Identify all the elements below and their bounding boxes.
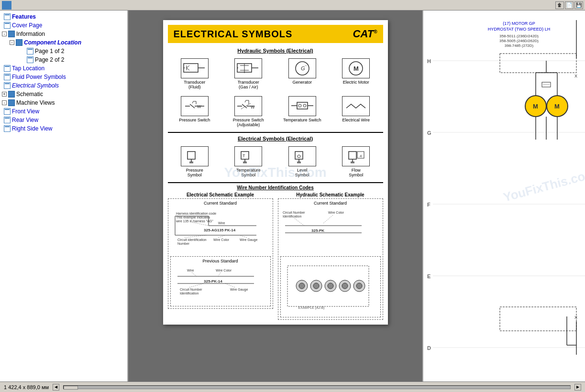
pressure-switch-adj-svg: W bbox=[236, 98, 260, 115]
symbol-box: W bbox=[181, 96, 209, 116]
sidebar-item-rear-view[interactable]: Rear View bbox=[0, 116, 127, 124]
svg-text:Identification: Identification bbox=[180, 292, 199, 295]
symbol-transducer-gas: Transducer(Gas / Air) bbox=[227, 58, 270, 89]
scroll-right-button[interactable]: ▶ bbox=[574, 384, 581, 391]
svg-line-85 bbox=[189, 283, 204, 287]
svg-text:wire 135 in harness "AG": wire 135 in harness "AG" bbox=[176, 219, 213, 223]
information-label: Information bbox=[16, 31, 45, 37]
svg-text:Wire: Wire bbox=[218, 221, 225, 225]
symbol-box: W bbox=[234, 96, 262, 116]
sidebar-item-page1[interactable]: Page 1 of 2 bbox=[0, 47, 127, 55]
temperature-switch-label: Temperature Switch bbox=[283, 118, 321, 122]
prev-schematic-svg: Wire Wire Color 325-PK-14 Circuit Number bbox=[173, 264, 268, 303]
sidebar-item-tap-location[interactable]: Tap Location bbox=[0, 64, 127, 73]
svg-point-34 bbox=[303, 104, 306, 107]
information-expand-icon[interactable]: - bbox=[2, 32, 7, 36]
svg-point-33 bbox=[298, 104, 301, 107]
delete-button[interactable]: 🗑 bbox=[555, 1, 564, 9]
svg-line-18 bbox=[190, 104, 195, 108]
symbol-box bbox=[288, 146, 316, 166]
scroll-thumb[interactable] bbox=[64, 386, 78, 390]
component-location-expand-icon[interactable]: - bbox=[10, 40, 14, 45]
electrical-wire-label: Electrical Wire bbox=[342, 118, 370, 122]
schematic-expand-icon[interactable]: + bbox=[2, 92, 7, 97]
svg-text:4: 4 bbox=[360, 154, 362, 158]
sidebar-item-fluid-power[interactable]: Fluid Power Symbols bbox=[0, 73, 127, 81]
sidebar-item-machine-views[interactable]: - Machine Views bbox=[0, 98, 127, 107]
front-view-icon bbox=[4, 108, 11, 115]
electric-motor-label: Electric Motor bbox=[343, 80, 369, 85]
schematic-area: (17) MOTOR GP HYDROSTAT (TWO SPEED) LH 3… bbox=[423, 11, 585, 381]
sidebar-item-front-view[interactable]: Front View bbox=[0, 107, 127, 116]
symbol-temperature-switch: Temperature Switch bbox=[281, 96, 324, 127]
schematic-label: Schematic bbox=[16, 91, 43, 98]
electrical-symbols-icon bbox=[4, 82, 11, 89]
sidebar-item-cover-page[interactable]: Cover Page bbox=[0, 21, 127, 30]
sidebar-item-schematic[interactable]: + Schematic bbox=[0, 90, 127, 98]
svg-line-20 bbox=[192, 101, 193, 103]
svg-text:T: T bbox=[243, 153, 245, 158]
svg-text:M: M bbox=[554, 103, 560, 110]
part1-label: 358-5011 (236D/242D) bbox=[499, 34, 539, 38]
svg-text:D: D bbox=[427, 345, 431, 351]
symbol-box bbox=[181, 146, 209, 166]
sidebar-item-page2[interactable]: Page 2 of 2 bbox=[0, 55, 127, 64]
schematic-examples: Electrical Schematic Example Current Sta… bbox=[168, 192, 383, 320]
save-button[interactable]: 💾 bbox=[574, 1, 583, 9]
page1-icon bbox=[27, 48, 33, 54]
hydrostat-label: HYDROSTAT (TWO SPEED) LH bbox=[488, 27, 551, 32]
sidebar-item-component-location[interactable]: - Component Location bbox=[0, 38, 127, 47]
part2-label: 358-5005 (246D/262D) bbox=[499, 39, 539, 43]
hydraulic-schematic-box: Current Standard Circuit Number Identifi… bbox=[278, 198, 383, 320]
svg-text:Wire Gauge: Wire Gauge bbox=[230, 288, 248, 292]
transducer-fluid-svg bbox=[183, 60, 207, 77]
pressure-switch-adj-label: Pressure Switch(Adjustable) bbox=[233, 118, 264, 127]
page1-label: Page 1 of 2 bbox=[35, 48, 64, 54]
symbol-pressure: PressureSymbol bbox=[173, 146, 216, 177]
sidebar-item-right-side-view[interactable]: Right Side View bbox=[0, 124, 127, 133]
sidebar-item-features[interactable]: Features bbox=[0, 12, 127, 21]
machine-views-label: Machine Views bbox=[16, 99, 55, 106]
scroll-track[interactable] bbox=[63, 385, 571, 389]
svg-point-97 bbox=[299, 283, 305, 289]
cat-logo: CAT® bbox=[353, 28, 377, 40]
electrical-schematic-box: Current Standard Harness identification … bbox=[168, 198, 273, 309]
rear-view-label: Rear View bbox=[12, 117, 38, 123]
fluid-power-icon bbox=[4, 74, 11, 80]
content-area: ELECTRICAL SYMBOLS CAT® Hydraulic Symbol… bbox=[128, 11, 585, 381]
machine-views-expand-icon[interactable]: - bbox=[2, 100, 7, 105]
level-symbol-svg bbox=[290, 148, 314, 165]
sidebar-item-information[interactable]: - Information bbox=[0, 30, 127, 38]
symbol-electric-motor: M Electric Motor bbox=[334, 58, 377, 89]
svg-text:This example indicates: This example indicates bbox=[176, 216, 210, 219]
svg-text:F: F bbox=[427, 202, 430, 207]
main-area: Features Cover Page - Information - Comp… bbox=[0, 11, 585, 381]
svg-text:H: H bbox=[427, 58, 431, 64]
tap-location-label: Tap Location bbox=[12, 65, 44, 72]
svg-text:G: G bbox=[427, 130, 431, 136]
size-label: 1 422,4 x 889,0 мм bbox=[4, 384, 49, 390]
svg-line-86 bbox=[225, 283, 235, 287]
svg-line-73 bbox=[218, 235, 225, 238]
temperature-symbol-label: TemperatureSymbol bbox=[236, 168, 261, 177]
sidebar-item-electrical-symbols[interactable]: Electrical Symbols bbox=[0, 81, 127, 90]
tap-location-icon bbox=[4, 65, 11, 72]
symbol-box: M bbox=[342, 58, 370, 78]
section1-header: Hydraulic Symbols (Electrical) bbox=[168, 48, 383, 54]
copy-button[interactable]: 📄 bbox=[565, 1, 574, 9]
cover-page-label: Cover Page bbox=[12, 22, 42, 29]
svg-text:Circuit identification: Circuit identification bbox=[177, 238, 207, 241]
current-standard-label2: Current Standard bbox=[280, 201, 381, 206]
svg-text:Circuit Number: Circuit Number bbox=[180, 288, 202, 291]
scroll-left-button[interactable]: ◀ bbox=[53, 384, 59, 391]
page2-label: Page 2 of 2 bbox=[35, 56, 64, 63]
document-view[interactable]: ELECTRICAL SYMBOLS CAT® Hydraulic Symbol… bbox=[128, 11, 422, 381]
svg-point-103 bbox=[342, 283, 348, 289]
symbol-box: 4 bbox=[342, 146, 370, 166]
hydraulic-example-title: Hydraulic Schematic Example bbox=[278, 192, 383, 197]
cover-page-icon bbox=[4, 22, 11, 29]
pressure-switch-label: Pressure Switch bbox=[179, 118, 210, 122]
symbol-box bbox=[342, 96, 370, 116]
svg-text:Wire Gauge: Wire Gauge bbox=[240, 238, 257, 242]
symbol-electrical-wire: Electrical Wire bbox=[334, 96, 377, 127]
